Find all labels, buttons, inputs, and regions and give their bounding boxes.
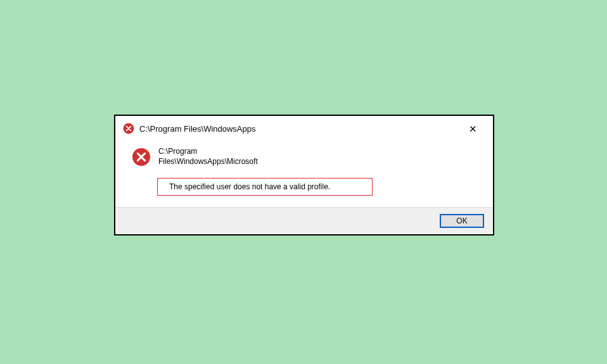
dialog-footer: OK bbox=[115, 207, 493, 234]
dialog-content: C:\Program Files\WindowsApps\Microsoft T… bbox=[158, 146, 484, 196]
close-icon: ✕ bbox=[469, 124, 477, 134]
close-button[interactable]: ✕ bbox=[460, 121, 485, 136]
dialog-body: C:\Program Files\WindowsApps\Microsoft T… bbox=[115, 140, 493, 207]
error-highlight: The specified user does not have a valid… bbox=[157, 178, 373, 196]
error-message: The specified user does not have a valid… bbox=[169, 182, 330, 191]
error-icon bbox=[123, 123, 134, 134]
error-dialog: C:\Program Files\WindowsApps ✕ C:\Progra… bbox=[114, 115, 494, 235]
dialog-title: C:\Program Files\WindowsApps bbox=[139, 124, 460, 134]
error-icon bbox=[132, 147, 151, 166]
dialog-titlebar: C:\Program Files\WindowsApps ✕ bbox=[115, 116, 493, 140]
ok-button[interactable]: OK bbox=[440, 214, 484, 228]
error-path: C:\Program Files\WindowsApps\Microsoft bbox=[158, 146, 298, 166]
ok-button-label: OK bbox=[456, 217, 467, 225]
